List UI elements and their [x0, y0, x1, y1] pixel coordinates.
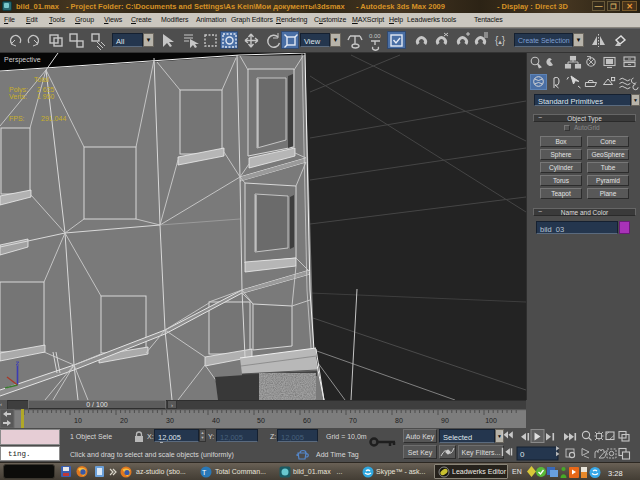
svg-text:FPS:: FPS:	[9, 115, 25, 122]
svg-text:Total: Total	[34, 76, 49, 83]
svg-text:1 950: 1 950	[37, 93, 55, 100]
svg-text:100: 100	[485, 417, 497, 424]
svg-text:T: T	[202, 469, 207, 476]
svg-text:70: 70	[349, 417, 357, 424]
svg-text:60: 60	[303, 417, 311, 424]
svg-text:20: 20	[120, 417, 128, 424]
svg-text:10: 10	[74, 417, 82, 424]
svg-text:30: 30	[166, 417, 174, 424]
svg-text:80: 80	[395, 417, 403, 424]
svg-text:0: 0	[520, 450, 525, 459]
svg-text:3:28: 3:28	[608, 469, 623, 478]
svg-text:Perspective: Perspective	[4, 56, 41, 64]
svg-text:50: 50	[257, 417, 265, 424]
svg-text:2 625: 2 625	[37, 86, 55, 93]
svg-text:{▴}: {▴}	[495, 35, 506, 46]
svg-text:40: 40	[212, 417, 220, 424]
svg-text:0.00: 0.00	[369, 33, 381, 39]
svg-text:90: 90	[441, 417, 449, 424]
svg-text:Verts:: Verts:	[9, 93, 27, 100]
svg-text:291.044: 291.044	[41, 115, 66, 122]
